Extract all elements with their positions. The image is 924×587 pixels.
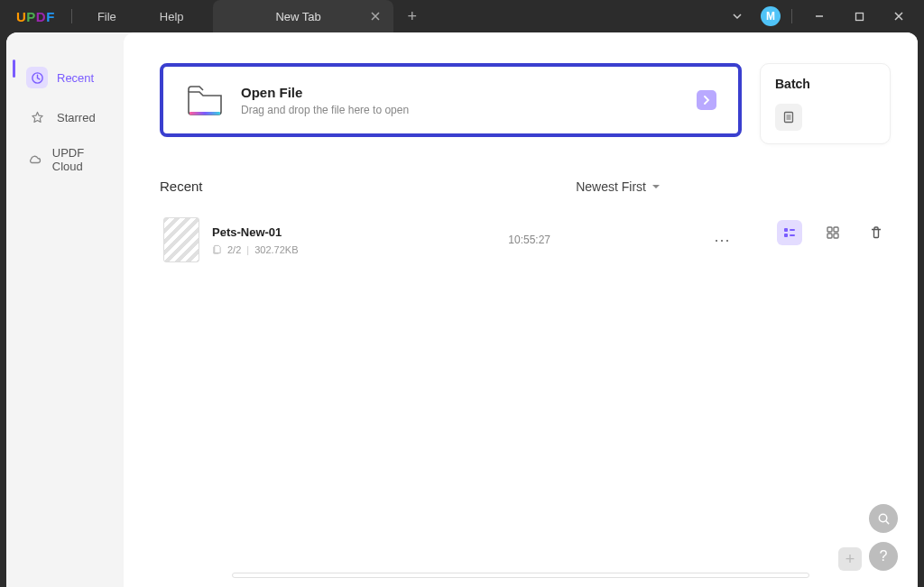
menu-help[interactable]: Help — [138, 10, 206, 23]
section-title-recent: Recent — [160, 179, 203, 194]
titlebar: UPDF File Help New Tab + M — [0, 0, 924, 32]
window-close-button[interactable] — [882, 0, 915, 32]
search-icon — [877, 512, 891, 526]
sidebar-item-label: Starred — [57, 111, 96, 124]
minimize-button[interactable] — [803, 0, 836, 32]
sidebar-item-recent[interactable]: Recent — [17, 60, 113, 96]
more-icon[interactable]: ⋯ — [707, 230, 738, 250]
add-tab-button[interactable]: + — [393, 7, 432, 26]
sort-label: Newest First — [576, 179, 646, 194]
sort-dropdown[interactable]: Newest First — [576, 179, 661, 194]
file-meta: 2/2 | 302.72KB — [212, 244, 298, 255]
scrollbar-track[interactable] — [232, 573, 809, 578]
svg-rect-5 — [790, 229, 795, 231]
file-row[interactable]: Pets-New-01 2/2 | 302.72KB 10:55:27 ⋯ — [160, 208, 742, 271]
chevron-down-icon — [651, 183, 661, 190]
add-button[interactable]: + — [838, 547, 862, 571]
batch-title: Batch — [775, 77, 875, 91]
svg-rect-7 — [790, 234, 795, 236]
active-indicator — [13, 60, 15, 78]
sidebar-item-starred[interactable]: Starred — [17, 99, 113, 135]
svg-rect-2 — [189, 112, 220, 115]
sidebar-item-label: Recent — [57, 71, 94, 85]
sidebar-item-cloud[interactable]: UPDF Cloud — [17, 139, 113, 180]
view-list-button[interactable] — [777, 220, 802, 245]
view-grid-button[interactable] — [820, 220, 845, 245]
pages-icon — [212, 244, 222, 254]
svg-rect-11 — [834, 234, 838, 238]
file-time: 10:55:27 — [508, 234, 695, 246]
help-fab[interactable]: ? — [869, 542, 898, 571]
batch-combine-button[interactable] — [775, 104, 802, 131]
tab-title: New Tab — [231, 10, 366, 23]
sidebar-item-label: UPDF Cloud — [52, 146, 104, 173]
star-icon — [26, 106, 48, 128]
chevron-right-icon[interactable] — [697, 90, 716, 110]
avatar[interactable]: M — [761, 6, 781, 26]
svg-rect-10 — [827, 234, 832, 238]
divider — [71, 9, 72, 23]
maximize-button[interactable] — [843, 0, 875, 32]
svg-rect-0 — [855, 13, 863, 20]
open-file-card[interactable]: Open File Drag and drop the file here to… — [160, 63, 742, 137]
file-size: 302.72KB — [254, 244, 298, 255]
file-pages: 2/2 — [227, 244, 241, 255]
file-thumbnail — [163, 217, 199, 262]
menu-file[interactable]: File — [76, 10, 138, 23]
svg-point-12 — [879, 514, 886, 521]
clock-icon — [26, 67, 48, 88]
batch-card: Batch — [760, 63, 891, 144]
svg-rect-6 — [784, 234, 788, 237]
delete-button[interactable] — [864, 220, 889, 245]
document-stack-icon — [781, 110, 796, 124]
svg-rect-8 — [827, 227, 832, 232]
svg-rect-9 — [834, 227, 838, 232]
trash-icon — [869, 225, 883, 240]
close-icon[interactable] — [366, 7, 384, 25]
content-area: Open File Drag and drop the file here to… — [124, 32, 918, 587]
file-name: Pets-New-01 — [212, 225, 298, 239]
chevron-down-icon[interactable] — [721, 0, 753, 32]
app-logo: UPDF — [0, 9, 68, 24]
search-fab[interactable] — [869, 504, 898, 533]
sidebar: Recent Starred UPDF Cloud — [6, 32, 124, 587]
folder-icon — [185, 83, 225, 117]
cloud-icon — [26, 149, 43, 170]
open-file-subtitle: Drag and drop the file here to open — [241, 104, 680, 116]
divider — [791, 9, 792, 23]
open-file-title: Open File — [241, 85, 680, 100]
svg-rect-4 — [784, 228, 788, 232]
tab-new[interactable]: New Tab — [213, 0, 393, 32]
